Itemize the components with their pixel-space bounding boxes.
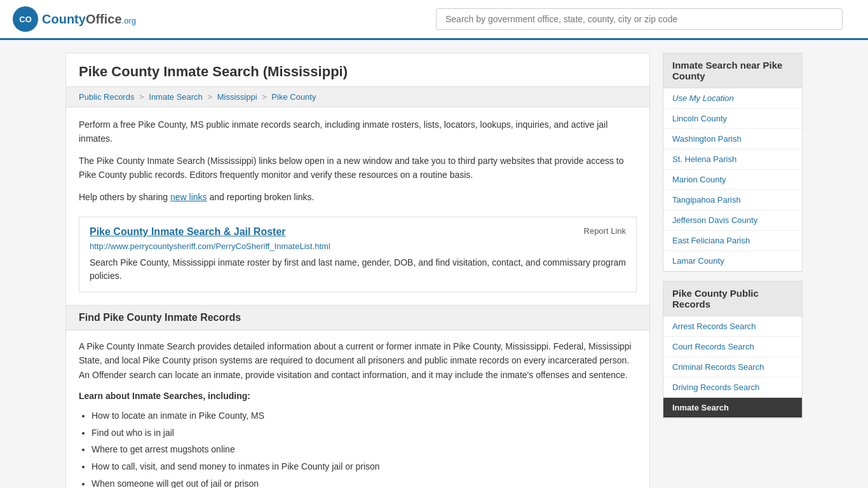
public-records-link-3[interactable]: Driving Records Search xyxy=(663,377,802,398)
bullet-list: How to locate an inmate in Pike County, … xyxy=(79,407,637,488)
nearby-link-0[interactable]: Use My Location xyxy=(663,88,802,109)
public-records-link-0[interactable]: Arrest Records Search xyxy=(663,316,802,337)
svg-text:CO: CO xyxy=(19,15,32,24)
link-card-header: Pike County Inmate Search & Jail Roster … xyxy=(90,226,626,238)
breadcrumb: Public Records > Inmate Search > Mississ… xyxy=(66,86,649,107)
sidebar: Inmate Search near Pike County Use My Lo… xyxy=(663,53,803,488)
find-section-header: Find Pike County Inmate Records xyxy=(66,305,649,330)
page-title-area: Pike County Inmate Search (Mississippi) xyxy=(66,53,649,86)
public-records-links-container: Arrest Records SearchCourt Records Searc… xyxy=(663,316,802,418)
help-text: Help others by sharing new links and rep… xyxy=(79,190,637,204)
report-link-button[interactable]: Report Link xyxy=(584,226,626,236)
main-body: Perform a free Pike County, MS public in… xyxy=(66,107,649,488)
public-records-section: Pike County Public Records Arrest Record… xyxy=(663,281,803,419)
bullet-item: How to locate an inmate in Pike County, … xyxy=(92,407,637,424)
intro-text-2: The Pike County Inmate Search (Mississip… xyxy=(79,154,637,182)
search-input[interactable] xyxy=(436,8,843,30)
nearby-link-6[interactable]: Jefferson Davis County xyxy=(663,210,802,231)
breadcrumb-link-mississippi[interactable]: Mississippi xyxy=(217,92,257,102)
find-section-title: Find Pike County Inmate Records xyxy=(79,312,637,323)
nearby-link-5[interactable]: Tangipahoa Parish xyxy=(663,190,802,210)
breadcrumb-link-public-records[interactable]: Public Records xyxy=(79,92,134,102)
logo-icon: CO xyxy=(13,6,38,32)
link-card-desc: Search Pike County, Mississippi inmate r… xyxy=(90,256,626,283)
public-records-link-1[interactable]: Court Records Search xyxy=(663,337,802,357)
breadcrumb-link-pike-county[interactable]: Pike County xyxy=(271,92,316,102)
new-links-link[interactable]: new links xyxy=(170,192,207,202)
page-wrapper: Pike County Inmate Search (Mississippi) … xyxy=(53,40,815,488)
nearby-link-3[interactable]: St. Helena Parish xyxy=(663,149,802,170)
site-header: CO CountyOffice.org xyxy=(0,0,868,40)
search-bar[interactable] xyxy=(436,8,843,30)
nearby-link-1[interactable]: Lincoln County xyxy=(663,109,802,129)
find-desc: A Pike County Inmate Search provides det… xyxy=(79,339,637,382)
bullet-item: How to call, visit, and send money to in… xyxy=(92,458,637,475)
nearby-links-container: Use My LocationLincoln CountyWashington … xyxy=(663,88,802,271)
learn-title: Learn about Inmate Searches, including: xyxy=(79,391,637,401)
public-records-link-2[interactable]: Criminal Records Search xyxy=(663,357,802,377)
bullet-item: Find out who is in jail xyxy=(92,424,637,442)
bullet-item: When someone will get out of jail or pri… xyxy=(92,475,637,489)
link-card-url[interactable]: http://www.perrycountysheriff.com/PerryC… xyxy=(90,241,626,251)
site-logo[interactable]: CO CountyOffice.org xyxy=(13,6,136,32)
public-records-header: Pike County Public Records xyxy=(663,281,802,316)
nearby-header: Inmate Search near Pike County xyxy=(663,53,802,88)
link-card-title[interactable]: Pike County Inmate Search & Jail Roster xyxy=(90,226,286,238)
nearby-section: Inmate Search near Pike County Use My Lo… xyxy=(663,53,803,272)
nearby-link-7[interactable]: East Feliciana Parish xyxy=(663,231,802,251)
nearby-link-4[interactable]: Marion County xyxy=(663,170,802,190)
intro-text-1: Perform a free Pike County, MS public in… xyxy=(79,118,637,146)
logo-text: CountyOffice.org xyxy=(42,12,136,27)
public-records-link-4[interactable]: Inmate Search xyxy=(663,398,802,418)
link-card: Pike County Inmate Search & Jail Roster … xyxy=(79,217,637,292)
breadcrumb-link-inmate-search[interactable]: Inmate Search xyxy=(149,92,203,102)
nearby-link-8[interactable]: Lamar County xyxy=(663,251,802,271)
main-content: Pike County Inmate Search (Mississippi) … xyxy=(65,53,650,488)
nearby-link-2[interactable]: Washington Parish xyxy=(663,129,802,149)
page-title: Pike County Inmate Search (Mississippi) xyxy=(79,64,637,80)
bullet-item: Where to get arrest mugshots online xyxy=(92,441,637,458)
